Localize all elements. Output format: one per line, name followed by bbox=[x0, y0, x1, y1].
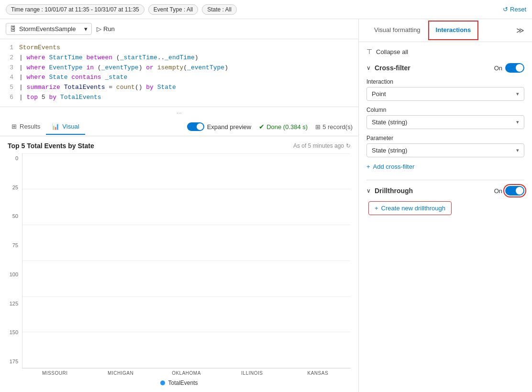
chart-meta: As of 5 minutes ago ↻ bbox=[293, 142, 351, 149]
parameter-label: Parameter bbox=[366, 135, 524, 142]
create-new-drillthrough-button[interactable]: + Create new drillthrough bbox=[368, 201, 452, 215]
db-chevron-icon: ▾ bbox=[84, 25, 88, 33]
plus-icon: + bbox=[366, 163, 370, 170]
eventtype-pill[interactable]: Event Type : All bbox=[148, 4, 199, 15]
check-icon: ✔ bbox=[259, 123, 265, 131]
code-line-4: 4 | where State contains _state bbox=[6, 73, 353, 83]
cross-filter-chevron[interactable]: ∨ bbox=[366, 65, 371, 71]
add-cross-filter-button[interactable]: + Add cross-filter bbox=[366, 163, 524, 170]
chart-inner: MISSOURI MICHIGAN OKLAHOMA ILLINOIS KANS… bbox=[22, 153, 351, 376]
done-badge: ✔ Done (0.384 s) bbox=[259, 123, 308, 131]
drillthrough-section-header: ∨ Drillthrough On bbox=[366, 186, 524, 196]
left-panel: 🗄 StormEventsSample ▾ ▷ Run 1 StormEvent… bbox=[0, 19, 359, 392]
drillthrough-fields: + Create new drillthrough bbox=[366, 201, 524, 215]
tab-visual-formatting[interactable]: Visual formatting bbox=[366, 21, 428, 40]
collapse-icon: ⊤ bbox=[366, 48, 372, 55]
cross-filter-fields: Interaction Point ▾ Column State (string… bbox=[366, 78, 524, 170]
right-tabs: Visual formatting Interactions ≫ bbox=[359, 19, 532, 42]
chart-title: Top 5 Total Events by State bbox=[8, 142, 94, 150]
code-editor: 1 StormEvents 2 | where StartTime betwee… bbox=[0, 39, 358, 107]
cross-filter-section-header: ∨ Cross-filter On bbox=[366, 63, 524, 73]
expand-panel-icon[interactable]: ≫ bbox=[516, 26, 524, 35]
code-line-2: 2 | where StartTime between (_startTime.… bbox=[6, 53, 353, 63]
table-icon: ⊞ bbox=[11, 123, 17, 130]
table-small-icon: ⊞ bbox=[315, 123, 321, 131]
bar-chart-wrap: 175 150 125 100 75 50 25 0 bbox=[8, 153, 351, 386]
tab-results[interactable]: ⊞ Results bbox=[6, 119, 46, 135]
chevron-down-icon-2: ▾ bbox=[516, 119, 519, 125]
drillthrough-chevron[interactable]: ∨ bbox=[366, 187, 371, 194]
reset-button[interactable]: ↺ Reset bbox=[503, 6, 526, 13]
chevron-down-icon: ▾ bbox=[516, 91, 519, 97]
ellipsis-separator: ··· bbox=[0, 107, 358, 118]
code-line-6: 6 | top 5 by TotalEvents bbox=[6, 93, 353, 103]
y-axis: 175 150 125 100 75 50 25 0 bbox=[8, 153, 22, 376]
drillthrough-toggle[interactable] bbox=[505, 186, 524, 196]
play-icon: ▷ bbox=[97, 25, 101, 33]
refresh-icon[interactable]: ↻ bbox=[346, 142, 351, 149]
db-icon: 🗄 bbox=[10, 25, 16, 33]
db-selector[interactable]: 🗄 StormEventsSample ▾ bbox=[6, 23, 92, 35]
legend-dot bbox=[160, 381, 165, 385]
bar-chart: 175 150 125 100 75 50 25 0 bbox=[8, 153, 351, 376]
chevron-down-icon-3: ▾ bbox=[516, 147, 519, 153]
x-labels: MISSOURI MICHIGAN OKLAHOMA ILLINOIS KANS… bbox=[22, 369, 351, 376]
chart-header: Top 5 Total Events by State As of 5 minu… bbox=[8, 142, 351, 150]
chart-legend: TotalEvents bbox=[8, 380, 351, 386]
plus-icon-2: + bbox=[375, 205, 378, 212]
main-layout: 🗄 StormEventsSample ▾ ▷ Run 1 StormEvent… bbox=[0, 19, 532, 392]
chart-area: Top 5 Total Events by State As of 5 minu… bbox=[0, 136, 358, 392]
column-select[interactable]: State (string) ▾ bbox=[366, 115, 524, 129]
code-line-3: 3 | where EventType in (_eventType) or i… bbox=[6, 63, 353, 73]
state-pill[interactable]: State : All bbox=[202, 4, 237, 15]
timerange-pill[interactable]: Time range : 10/01/07 at 11:35 - 10/31/0… bbox=[6, 4, 144, 15]
drillthrough-toggle-area: On bbox=[494, 186, 524, 196]
code-line-1: 1 StormEvents bbox=[6, 43, 353, 53]
grid-lines bbox=[22, 153, 351, 368]
collapse-all-row[interactable]: ⊤ Collapse all bbox=[366, 48, 524, 55]
expand-preview-toggle[interactable]: Expand preview bbox=[187, 122, 252, 131]
tab-interactions[interactable]: Interactions bbox=[428, 21, 479, 40]
query-bar: 🗄 StormEventsSample ▾ ▷ Run bbox=[0, 19, 358, 39]
cross-filter-toggle[interactable] bbox=[505, 63, 524, 73]
run-button[interactable]: ▷ Run bbox=[97, 25, 115, 33]
tabs-right: Expand preview ✔ Done (0.384 s) ⊞ 5 reco… bbox=[187, 122, 353, 131]
tabs-bar: ⊞ Results 📊 Visual Expand preview ✔ Done… bbox=[0, 118, 358, 136]
reset-icon: ↺ bbox=[503, 6, 508, 13]
interaction-label: Interaction bbox=[366, 78, 524, 85]
top-bar: Time range : 10/01/07 at 11:35 - 10/31/0… bbox=[0, 0, 532, 19]
chart-icon: 📊 bbox=[52, 123, 59, 130]
cross-filter-toggle-area: On bbox=[494, 63, 524, 73]
parameter-select[interactable]: State (string) ▾ bbox=[366, 143, 524, 157]
records-badge: ⊞ 5 record(s) bbox=[315, 123, 353, 131]
expand-switch[interactable] bbox=[187, 122, 204, 131]
column-label: Column bbox=[366, 107, 524, 113]
section-divider bbox=[366, 180, 524, 180]
interactions-content: ⊤ Collapse all ∨ Cross-filter On Interac… bbox=[359, 42, 532, 392]
bars-area bbox=[22, 153, 351, 369]
right-panel: Visual formatting Interactions ≫ ⊤ Colla… bbox=[359, 19, 532, 392]
code-line-5: 5 | summarize TotalEvents = count() by S… bbox=[6, 83, 353, 93]
tab-visual[interactable]: 📊 Visual bbox=[46, 119, 85, 135]
interaction-select[interactable]: Point ▾ bbox=[366, 87, 524, 101]
